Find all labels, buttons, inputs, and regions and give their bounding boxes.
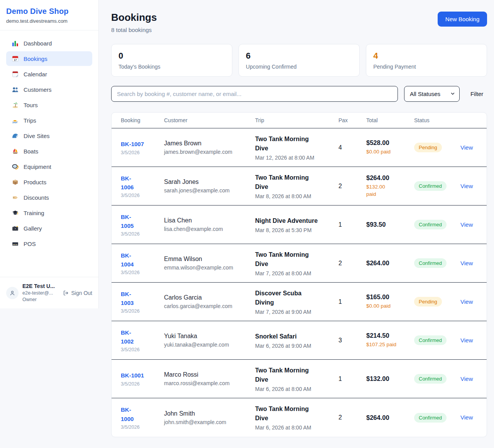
booking-id-link[interactable]: BK-1003: [121, 290, 138, 308]
trip-datetime: Mar 7, 2026 at 9:00 AM: [255, 309, 334, 315]
trip-datetime: Mar 12, 2026 at 8:00 AM: [255, 155, 334, 161]
column-header-total: Total: [366, 117, 414, 123]
trip-datetime: Mar 6, 2026 at 8:00 AM: [255, 386, 334, 392]
table-body: BK-1007 3/5/2026 James Brown james.brown…: [112, 128, 487, 437]
table-row: BK-1002 3/5/2026 Yuki Tanaka yuki.tanaka…: [112, 321, 487, 360]
sidebar-item-label: Trips: [24, 117, 36, 124]
svg-text:17: 17: [14, 58, 17, 61]
stat-cards: 0 Today's Bookings 6 Upcoming Confirmed …: [111, 44, 487, 77]
stat-value: 6: [246, 51, 352, 61]
sidebar-item-equipment[interactable]: Equipment: [6, 159, 92, 174]
stat-card-pending-payment: 4 Pending Payment: [366, 44, 487, 77]
sidebar-item-bookings[interactable]: 17 Bookings: [6, 51, 92, 66]
shop-domain: demo.test.divestreams.com: [6, 18, 92, 24]
table-header-row: Booking Customer Trip Pax Total Status: [112, 113, 487, 128]
pax-count: 2: [338, 260, 366, 267]
view-link[interactable]: View: [460, 260, 473, 266]
status-select-wrap: All Statuses: [404, 86, 460, 102]
booking-id-link[interactable]: BK-1001: [121, 371, 144, 380]
page-title: Bookings: [111, 12, 157, 24]
search-input[interactable]: [111, 86, 398, 102]
sidebar-item-dive-sites[interactable]: Dive Sites: [6, 128, 92, 143]
sidebar-item-label: Dashboard: [24, 40, 52, 47]
booking-id-link[interactable]: BK-1006: [121, 174, 138, 192]
trip-name: Two Tank Morning Dive: [255, 366, 321, 384]
status-badge: Pending: [414, 143, 442, 152]
customer-email: carlos.garcia@example.com: [164, 303, 250, 309]
bookings-count: 8 total bookings: [111, 27, 157, 33]
view-link[interactable]: View: [460, 376, 473, 382]
customer-name: John Smith: [164, 410, 250, 417]
booking-id-link[interactable]: BK-1002: [121, 328, 138, 346]
sidebar-item-boats[interactable]: Boats: [6, 144, 92, 158]
sidebar-item-discounts[interactable]: Discounts: [6, 190, 92, 205]
sign-out-label: Sign Out: [71, 290, 92, 296]
calendar-tearoff-icon: [12, 71, 19, 77]
column-header-pax: Pax: [338, 117, 366, 123]
booking-id-link[interactable]: BK-1004: [121, 251, 138, 269]
customer-name: Carlos Garcia: [164, 294, 250, 301]
view-link[interactable]: View: [460, 183, 473, 189]
view-link[interactable]: View: [460, 144, 473, 151]
user-meta: E2E Test U... e2e-tester@... Owner: [22, 283, 59, 303]
bar-chart-icon: [12, 40, 19, 47]
sidebar-item-products[interactable]: Products: [6, 175, 92, 189]
column-header-booking: Booking: [121, 117, 164, 123]
column-header-status: Status: [414, 117, 460, 123]
trip-datetime: Mar 6, 2026 at 8:00 AM: [255, 424, 334, 431]
booking-date: 3/5/2026: [121, 193, 159, 198]
view-link[interactable]: View: [460, 337, 473, 344]
total-amount: $264.00: [366, 174, 409, 182]
sidebar-item-label: Gallery: [24, 225, 42, 232]
trip-name: Night Dive Adventure: [255, 216, 321, 226]
customer-name: Sarah Jones: [164, 179, 250, 185]
sidebar-item-trips[interactable]: Trips: [6, 113, 92, 128]
sign-out-button[interactable]: Sign Out: [63, 290, 92, 296]
booking-id-link[interactable]: BK-1007: [121, 140, 144, 148]
new-booking-button[interactable]: New Booking: [438, 12, 487, 27]
view-link[interactable]: View: [460, 221, 473, 228]
sidebar-item-gallery[interactable]: Gallery: [6, 221, 92, 236]
table-row: BK-1001 3/5/2026 Marco Rossi marco.rossi…: [112, 360, 487, 398]
sidebar-item-dashboard[interactable]: Dashboard: [6, 36, 92, 51]
paid-amount: $132.00 paid: [366, 184, 389, 198]
trip-name: Two Tank Morning Dive: [255, 250, 321, 269]
view-link[interactable]: View: [460, 298, 473, 305]
sailboat-icon: [12, 148, 19, 155]
trip-name: Two Tank Morning Dive: [255, 135, 321, 153]
stat-value: 0: [118, 51, 225, 61]
trip-datetime: Mar 7, 2026 at 8:00 AM: [255, 270, 334, 276]
booking-date: 3/5/2026: [121, 381, 159, 387]
shop-name: Demo Dive Shop: [6, 7, 92, 16]
sidebar-item-label: Dive Sites: [24, 133, 50, 139]
palm-island-icon: [12, 101, 19, 108]
total-amount: $165.00: [366, 293, 409, 301]
status-badge: Confirmed: [414, 181, 447, 191]
sidebar-item-customers[interactable]: Customers: [6, 82, 92, 97]
sidebar-item-tours[interactable]: Tours: [6, 98, 92, 112]
sidebar-item-pos[interactable]: POS: [6, 236, 92, 251]
status-badge: Confirmed: [414, 258, 447, 268]
sidebar-item-label: Calendar: [24, 71, 47, 77]
filter-button[interactable]: Filter: [467, 88, 487, 100]
customer-name: Lisa Chen: [164, 217, 250, 224]
status-select[interactable]: All Statuses: [404, 86, 460, 102]
sidebar-item-training[interactable]: Training: [6, 205, 92, 220]
status-badge: Confirmed: [414, 374, 447, 384]
booking-date: 3/5/2026: [121, 424, 159, 430]
sidebar-item-label: Products: [24, 179, 46, 185]
customer-name: Yuki Tanaka: [164, 333, 250, 340]
trip-name: Snorkel Safari: [255, 332, 321, 341]
booking-id-link[interactable]: BK-1000: [121, 405, 138, 423]
pax-count: 1: [338, 221, 366, 228]
booking-id-link[interactable]: BK-1005: [121, 212, 138, 231]
sidebar-item-calendar[interactable]: Calendar: [6, 67, 92, 81]
view-link[interactable]: View: [460, 414, 473, 421]
wave-icon: [12, 132, 19, 139]
table-row: BK-1000 3/5/2026 John Smith john.smith@e…: [112, 398, 487, 437]
column-header-trip: Trip: [255, 117, 338, 123]
total-amount: $264.00: [366, 259, 409, 267]
paid-amount: $0.00 paid: [366, 303, 409, 310]
trip-name: Two Tank Morning Dive: [255, 404, 321, 423]
booking-date: 3/5/2026: [121, 150, 159, 155]
